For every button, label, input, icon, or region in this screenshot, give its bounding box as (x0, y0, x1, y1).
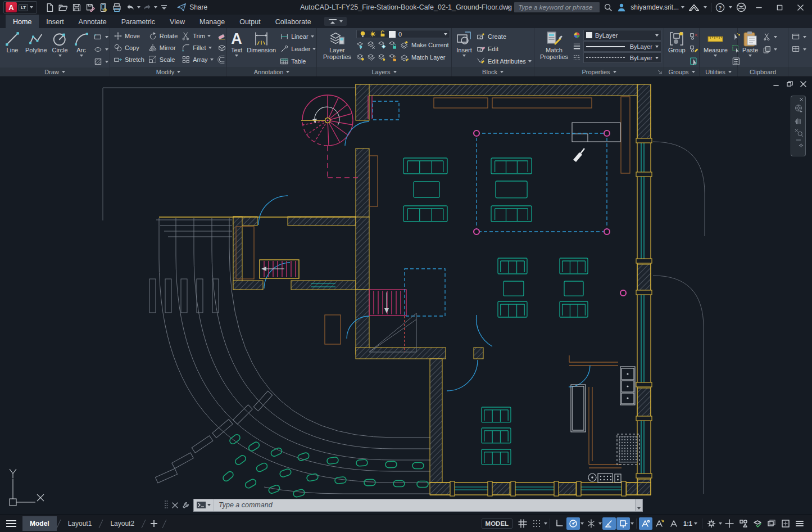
tab-parametric[interactable]: Parametric (114, 15, 162, 28)
lineweight-combo[interactable]: ByLayer (583, 41, 661, 52)
layer-off-icon[interactable] (356, 53, 365, 62)
dimension-button[interactable]: Dimension (245, 30, 278, 55)
new-layout-icon[interactable] (150, 520, 158, 528)
clean-screen-prep-icon[interactable] (765, 517, 778, 530)
copy-clip-button[interactable] (761, 43, 778, 55)
tab-manage[interactable]: Manage (192, 15, 232, 28)
group-selection-button[interactable] (688, 55, 700, 67)
cmd-customize-icon[interactable] (182, 502, 189, 509)
zoom-extents-icon[interactable] (793, 127, 804, 137)
rotate-button[interactable]: Rotate (147, 30, 179, 42)
line-button[interactable]: Line (2, 30, 22, 55)
cmd-grip-handle[interactable] (164, 500, 168, 510)
clean-screen-toggle[interactable] (779, 517, 792, 530)
scale-button[interactable]: Scale (147, 53, 179, 65)
leader-button[interactable]: Leader (279, 43, 317, 55)
panel-title-groups[interactable]: Groups (664, 67, 699, 76)
panel-title-modify[interactable]: Modify (110, 67, 226, 76)
save-button[interactable] (70, 1, 83, 13)
redo-button[interactable] (140, 1, 154, 13)
match-layer-button[interactable]: Match Layer (399, 51, 447, 63)
panel-title-utilities[interactable]: Utilities (700, 67, 737, 76)
new-file-button[interactable] (43, 1, 56, 13)
panel-title-properties[interactable]: Properties (534, 67, 664, 76)
maximize-button[interactable] (771, 1, 788, 13)
stretch-button[interactable]: Stretch (112, 53, 146, 65)
linetype-combo[interactable]: ByLayer (583, 52, 661, 63)
move-button[interactable]: Move (112, 30, 146, 42)
isodraft-toggle[interactable] (584, 517, 598, 530)
mirror-button[interactable]: Mirror (147, 42, 179, 53)
trim-button[interactable]: Trim (180, 30, 214, 42)
help-icon[interactable]: ? (715, 3, 725, 12)
cut-button[interactable] (761, 31, 778, 43)
search-input[interactable] (514, 2, 600, 12)
graphics-performance-toggle[interactable] (751, 517, 764, 530)
group-edit-button[interactable] (688, 43, 700, 55)
layer-properties-button[interactable]: Layer Properties (319, 30, 355, 61)
search-expand-icon[interactable] (507, 5, 510, 10)
open-file-button[interactable] (56, 1, 70, 13)
polar-dropdown[interactable] (580, 522, 584, 525)
layout-menu-icon[interactable] (6, 520, 17, 528)
workspace-gear-icon[interactable] (705, 517, 718, 530)
save-as-button[interactable] (83, 1, 97, 13)
share-button[interactable]: Share (176, 3, 207, 12)
customize-qat-button[interactable] (157, 1, 171, 13)
tab-view[interactable]: View (162, 15, 192, 28)
panel-expander-icon[interactable] (657, 70, 662, 74)
text-button[interactable]: A Text (229, 30, 244, 57)
panel-title-block[interactable]: Block (452, 67, 534, 76)
offset-button[interactable] (216, 53, 228, 65)
annotation-scale-icon[interactable] (667, 517, 681, 530)
hatch-tool-button[interactable] (93, 56, 110, 67)
ungroup-button[interactable] (688, 30, 700, 42)
tab-model[interactable]: Model (22, 516, 57, 531)
match-properties-button[interactable]: Match Properties (537, 30, 571, 61)
tab-layout2[interactable]: Layout2 (103, 516, 142, 531)
assistant-icon[interactable] (736, 2, 746, 12)
polyline-button[interactable]: Polyline (24, 30, 49, 55)
tab-layout1[interactable]: Layout1 (61, 516, 99, 531)
named-views-button[interactable] (791, 31, 808, 43)
navbar-close-icon[interactable] (799, 97, 804, 102)
drawing-canvas[interactable] (0, 77, 812, 515)
insert-block-button[interactable]: Insert (454, 30, 474, 57)
edit-block-button[interactable]: Edit (475, 43, 533, 55)
tab-output[interactable]: Output (232, 15, 268, 28)
workspace-dropdown[interactable] (719, 522, 722, 525)
snap-toggle[interactable] (530, 517, 543, 530)
selection-marquee[interactable] (474, 130, 626, 296)
paste-button[interactable]: Paste (740, 30, 760, 57)
ortho-toggle[interactable] (552, 517, 566, 530)
annotation-visibility-toggle[interactable] (639, 517, 652, 530)
viewport-config-button[interactable] (791, 43, 808, 55)
help-dropdown[interactable] (729, 6, 732, 8)
table-button[interactable]: Table (279, 55, 317, 67)
print-button[interactable] (110, 1, 124, 13)
crosshair-icon[interactable] (723, 517, 736, 530)
ellipse-tool-button[interactable] (93, 43, 110, 55)
arc-button[interactable]: Arc (71, 30, 92, 57)
osnap-tracking-toggle[interactable] (616, 517, 630, 530)
array-button[interactable]: Array (180, 53, 214, 65)
navigation-bar[interactable] (791, 96, 806, 156)
account-menu[interactable]: shiyamdev.srit... (630, 3, 684, 11)
cmd-close-icon[interactable] (172, 502, 178, 508)
minimize-button[interactable] (750, 1, 767, 13)
pan-hand-icon[interactable] (793, 115, 804, 125)
autodesk-dropdown[interactable] (704, 6, 707, 8)
osnap-toggle[interactable] (602, 517, 616, 530)
create-block-button[interactable]: Create (475, 30, 533, 42)
grid-toggle[interactable] (516, 517, 529, 530)
model-space-button[interactable]: MODEL (482, 519, 513, 529)
edit-attributes-button[interactable]: Edit Attributes (475, 55, 533, 67)
cmd-prompt-icon[interactable] (194, 499, 214, 511)
close-button[interactable] (792, 1, 809, 13)
tab-annotate[interactable]: Annotate (71, 15, 114, 28)
layer-unlock-button-icon[interactable] (388, 53, 397, 62)
layer-prev-icon[interactable] (378, 53, 387, 62)
copy-button[interactable]: Copy (112, 42, 146, 53)
measure-button[interactable]: Measure (702, 30, 729, 57)
panel-title-layers[interactable]: Layers (317, 67, 451, 76)
